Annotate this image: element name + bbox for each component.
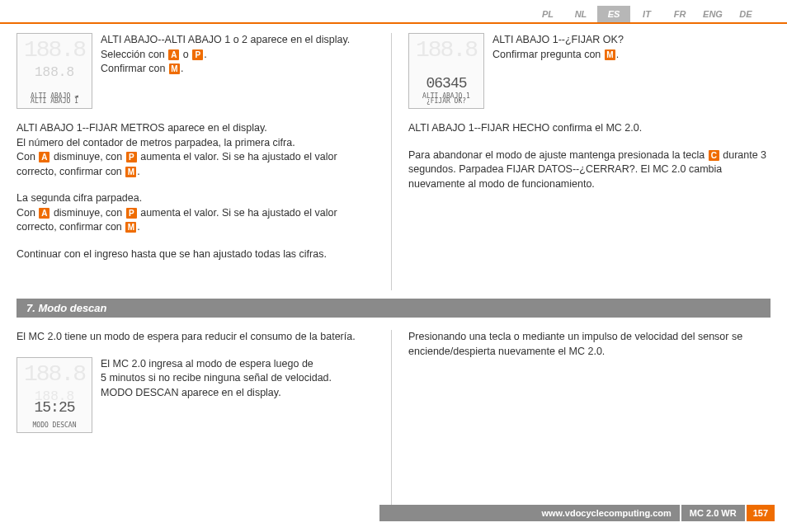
para-r2: ALTI ABAJO 1--FIJAR HECHO confirma el MC… [408, 121, 767, 136]
entry-text-1: ALTI ABAJO--ALTI ABAJO 1 o 2 aparece en … [101, 33, 375, 77]
text: El MC 2.0 tiene un modo de espera para r… [16, 331, 356, 342]
lcd-ghost: 188.8 [17, 37, 92, 63]
para-4: Continuar con el ingreso hasta que se ha… [16, 247, 375, 262]
lang-tab-pl[interactable]: PL [531, 6, 564, 22]
key-p-icon: P [126, 152, 137, 162]
footer-page-number: 157 [747, 505, 775, 521]
text: disminuye, con [50, 207, 125, 219]
text: ALTI ABAJO--ALTI ABAJO 1 o 2 aparece en … [101, 34, 350, 45]
lang-tab-eng[interactable]: ENG [696, 6, 729, 22]
para-s2-1: El MC 2.0 tiene un modo de espera para r… [16, 330, 375, 345]
lang-tab-de[interactable]: DE [729, 6, 762, 22]
text: Continuar con el ingreso hasta que se ha… [16, 248, 327, 260]
lcd-ghost: 188.8 [409, 37, 483, 63]
section-2-left: El MC 2.0 tiene un modo de espera para r… [16, 330, 392, 511]
text: ALTI ABAJO 1--¿FIJAR OK? [492, 34, 624, 45]
section-1-left: 188.8 188.8 ALTI ABAJO ◄ ALTI ABAJO 1 AL… [16, 33, 392, 290]
text: Con [16, 207, 38, 219]
section-1-right: 188.8 06345 ALTI ABAJO 1 ¿FIJAR OK? ALTI… [392, 33, 767, 290]
lang-tab-nl[interactable]: NL [564, 6, 597, 22]
lcd-label-2: ¿FIJAR OK? [409, 97, 483, 105]
text: La segunda cifra parpadea. [16, 192, 142, 204]
section-2: El MC 2.0 tiene un modo de espera para r… [16, 330, 771, 511]
lcd-mid: 188.8 [17, 65, 92, 80]
footer-url: www.vdocyclecomputing.com [379, 505, 680, 521]
lcd-label-2: ALTI ABAJO 1 [17, 97, 92, 105]
key-a-icon: A [39, 152, 49, 162]
para-3: La segunda cifra parpadea. Con A disminu… [16, 191, 375, 235]
text: Para abandonar el modo de ajuste manteng… [408, 149, 708, 161]
lcd-main: 06345 [409, 75, 483, 92]
footer-model: MC 2.0 WR [681, 505, 745, 521]
section-heading: 7. Modo descan [16, 299, 771, 318]
lcd-display-1: 188.8 188.8 ALTI ABAJO ◄ ALTI ABAJO 1 [16, 33, 92, 109]
text: Con [16, 151, 38, 162]
text: El número del contador de metros parpade… [16, 137, 295, 148]
text: El MC 2.0 ingresa al modo de espera lueg… [101, 358, 313, 370]
text: Presionando una tecla o mediante un impu… [408, 331, 742, 357]
language-tabs: PL NL ES IT FR ENG DE [0, 6, 787, 22]
lang-tab-it[interactable]: IT [630, 6, 663, 22]
key-m-icon: M [605, 49, 615, 60]
lcd-display-2: 188.8 06345 ALTI ABAJO 1 ¿FIJAR OK? [408, 33, 484, 109]
key-a-icon: A [39, 208, 49, 219]
text: ALTI ABAJO 1--FIJAR METROS aparece en el… [16, 122, 267, 134]
text: MODO DESCAN aparece en el display. [101, 387, 281, 398]
divider-top [0, 22, 787, 24]
para-2: ALTI ABAJO 1--FIJAR METROS aparece en el… [16, 121, 375, 179]
para-r3: Para abandonar el modo de ajuste manteng… [408, 148, 767, 192]
lcd-label: MODO DESCAN [17, 421, 92, 429]
lcd-ghost: 188.8 [17, 361, 92, 387]
page-content: 188.8 188.8 ALTI ABAJO ◄ ALTI ABAJO 1 AL… [16, 33, 771, 495]
lang-tab-es[interactable]: ES [597, 6, 630, 22]
page-footer: www.vdocyclecomputing.com MC 2.0 WR 157 [0, 504, 787, 522]
para-s2-r1: Presionando una tecla o mediante un impu… [408, 330, 767, 359]
lang-tab-fr[interactable]: FR [663, 6, 696, 22]
key-m-icon: M [125, 167, 136, 177]
key-p-icon: P [126, 208, 137, 219]
text: Confirmar pregunta con [492, 49, 604, 60]
entry-text-r1: ALTI ABAJO 1--¿FIJAR OK? Confirmar pregu… [492, 33, 767, 62]
text: o [180, 49, 191, 60]
text: ALTI ABAJO 1--FIJAR HECHO confirma el MC… [408, 122, 642, 134]
section-1: 188.8 188.8 ALTI ABAJO ◄ ALTI ABAJO 1 AL… [16, 33, 771, 290]
text: Selección con [101, 49, 167, 60]
entry-text-s2: El MC 2.0 ingresa al modo de espera lueg… [101, 357, 375, 401]
key-a-icon: A [168, 49, 179, 60]
key-m-icon: M [169, 64, 180, 74]
key-p-icon: P [192, 49, 203, 60]
text: 5 minutos si no recibe ninguna señal de … [101, 372, 332, 384]
text: Confirmar con [101, 63, 168, 74]
lcd-main: 15:25 [17, 399, 92, 416]
text: disminuye, con [50, 151, 125, 162]
lcd-display-3: 188.8 188.8 15:25 MODO DESCAN [16, 357, 92, 433]
key-m-icon: M [125, 222, 136, 233]
key-c-icon: C [709, 150, 719, 161]
section-2-right: Presionando una tecla o mediante un impu… [392, 330, 767, 511]
